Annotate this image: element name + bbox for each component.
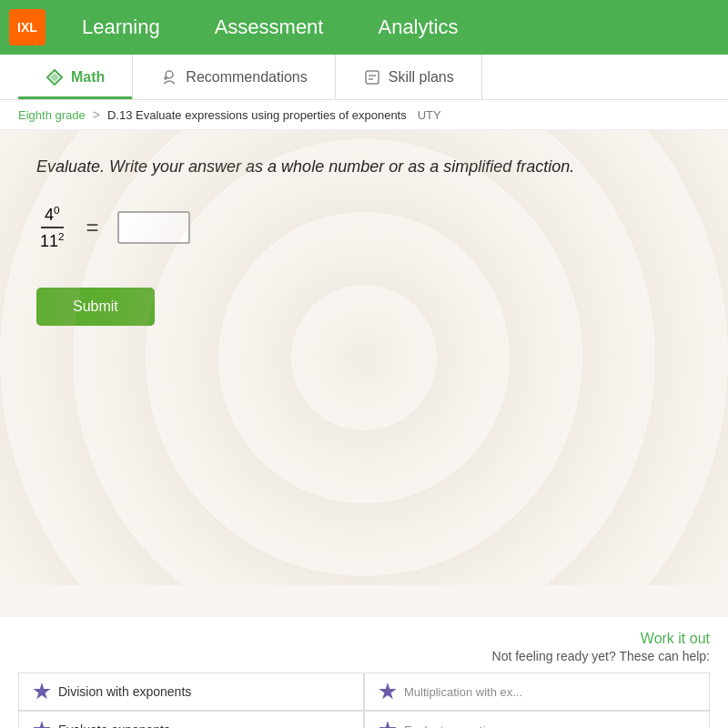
help-link-evaluate-label: Evaluate exponents <box>58 723 170 728</box>
help-link-icon-1 <box>33 682 51 701</box>
main-content: Evaluate. Write your answer as a whole n… <box>0 130 728 585</box>
submit-button[interactable]: Submit <box>36 288 155 326</box>
sub-navigation: Math Recommendations Skill plans <box>0 55 728 100</box>
tab-skill-plans[interactable]: Skill plans <box>336 55 482 99</box>
help-link-icon-4 <box>379 721 397 728</box>
math-expression: 40 112 = <box>36 204 692 251</box>
fraction-numerator: 40 <box>41 204 64 228</box>
breadcrumb-code: UTY <box>418 108 441 122</box>
fraction: 40 112 <box>36 204 68 251</box>
help-link-icon-3 <box>33 721 51 728</box>
tab-math-label: Math <box>71 69 105 86</box>
breadcrumb-separator: > <box>93 107 100 122</box>
nav-analytics[interactable]: Analytics <box>350 0 485 55</box>
help-title: Work it out <box>18 631 710 647</box>
fraction-denominator: 112 <box>36 228 68 251</box>
help-link-negative-label: Evaluate negative exp... <box>404 723 531 729</box>
breadcrumb-skill: D.13 Evaluate expressions using properti… <box>107 108 407 122</box>
question-instruction: Evaluate. Write your answer as a whole n… <box>36 157 692 177</box>
tab-math[interactable]: Math <box>18 55 133 99</box>
help-links: Division with exponents Multiplication w… <box>18 672 710 728</box>
help-link-division-label: Division with exponents <box>58 684 191 699</box>
help-link-multiplication-label: Multiplication with ex... <box>404 685 522 699</box>
logo[interactable]: IXL <box>9 9 46 46</box>
help-section: Work it out Not feeling ready yet? These… <box>0 617 728 728</box>
content-wrapper: Evaluate. Write your answer as a whole n… <box>0 130 728 728</box>
breadcrumb: Eighth grade > D.13 Evaluate expressions… <box>0 100 728 130</box>
help-link-icon-2 <box>379 682 397 701</box>
help-link-multiplication[interactable]: Multiplication with ex... <box>364 672 710 711</box>
help-link-evaluate[interactable]: Evaluate exponents <box>18 711 364 728</box>
nav-assessment[interactable]: Assessment <box>187 0 351 55</box>
help-link-negative[interactable]: Evaluate negative exp... <box>364 711 710 728</box>
top-navigation: IXL Learning Assessment Analytics <box>0 0 728 55</box>
skill-plans-icon <box>363 68 381 86</box>
recommendations-icon <box>160 68 178 86</box>
diamond-icon <box>46 68 64 86</box>
help-link-division[interactable]: Division with exponents <box>18 672 364 711</box>
equals-sign: = <box>86 215 99 240</box>
breadcrumb-grade[interactable]: Eighth grade <box>18 108 86 122</box>
svg-rect-5 <box>366 71 379 84</box>
svg-point-2 <box>166 71 173 78</box>
nav-learning[interactable]: Learning <box>55 0 187 55</box>
tab-skill-plans-label: Skill plans <box>389 69 454 86</box>
tab-recommendations[interactable]: Recommendations <box>133 55 335 99</box>
help-subtitle: Not feeling ready yet? These can help: <box>18 649 710 663</box>
nav-items: Learning Assessment Analytics <box>55 0 486 55</box>
answer-input[interactable] <box>117 211 190 244</box>
tab-recommendations-label: Recommendations <box>186 69 307 86</box>
